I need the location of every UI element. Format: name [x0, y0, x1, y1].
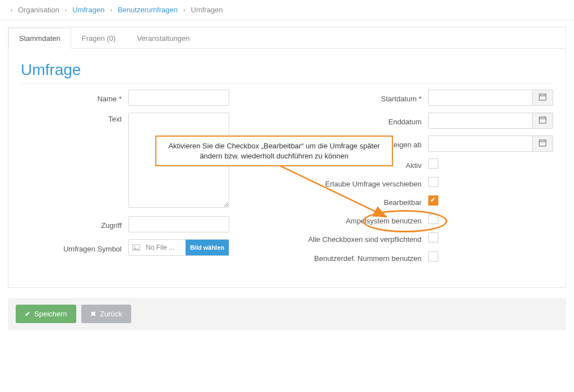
svg-rect-6: [539, 117, 546, 123]
label-name: Name *: [21, 92, 128, 103]
name-input[interactable]: [128, 90, 229, 106]
enddatum-calendar-button[interactable]: [532, 113, 553, 129]
main-panel: Stammdaten Fragen (0) Veranstaltungen Um…: [8, 27, 566, 288]
back-button-label: Zurück: [100, 310, 122, 318]
svg-rect-10: [539, 140, 546, 146]
label-editable: Bearbeitbar: [290, 196, 428, 207]
svg-rect-2: [539, 94, 546, 100]
close-icon: ✖: [90, 310, 96, 318]
label-text: Text: [21, 113, 128, 123]
check-icon: ✔: [25, 310, 31, 318]
tab-stammdaten[interactable]: Stammdaten: [8, 28, 71, 49]
annotation-callout: Aktivieren Sie die Checkbox „Bearbeitbar…: [155, 136, 393, 166]
file-placeholder: No File ...: [144, 244, 186, 251]
chevron-right-icon: ›: [107, 6, 115, 14]
enddatum-input[interactable]: [428, 113, 532, 129]
label-allowmove: Erlaube Umfrage verschieben: [290, 178, 428, 188]
showfrom-input[interactable]: [428, 136, 532, 152]
label-startdatum: Startdatum *: [290, 92, 428, 103]
svg-point-1: [134, 246, 135, 247]
page-title: Umfrage: [21, 61, 553, 84]
label-symbol: Umfragen Symbol: [21, 242, 128, 253]
usernum-checkbox[interactable]: [428, 251, 438, 262]
image-icon: [129, 244, 144, 251]
footer-bar: ✔ Speichern ✖ Zurück: [8, 298, 566, 330]
allowmove-checkbox[interactable]: [428, 177, 438, 187]
breadcrumb-root: Organisation: [18, 6, 59, 14]
tab-veranstaltungen[interactable]: Veranstaltungen: [126, 28, 200, 49]
tab-bar: Stammdaten Fragen (0) Veranstaltungen: [8, 27, 566, 49]
breadcrumb: › Organisation › Umfragen › Benutzerumfr…: [0, 0, 574, 20]
zugriff-input[interactable]: [128, 216, 229, 232]
allreq-checkbox[interactable]: [428, 232, 438, 242]
breadcrumb-current: Umfragen: [191, 6, 223, 14]
ampel-checkbox[interactable]: [428, 214, 438, 224]
save-button-label: Speichern: [34, 310, 67, 318]
label-ampel: Ampelsystem benutzen: [290, 214, 428, 225]
chevron-right-icon: ›: [10, 6, 16, 14]
tab-fragen[interactable]: Fragen (0): [71, 28, 127, 49]
showfrom-calendar-button[interactable]: [532, 136, 553, 152]
calendar-icon: [539, 116, 547, 125]
file-picker[interactable]: No File ... Bild wählen: [128, 239, 229, 256]
label-zugriff: Zugriff: [21, 219, 128, 230]
startdatum-input[interactable]: [428, 90, 532, 106]
save-button[interactable]: ✔ Speichern: [16, 305, 76, 323]
startdatum-calendar-button[interactable]: [532, 90, 553, 106]
back-button[interactable]: ✖ Zurück: [81, 305, 131, 323]
aktiv-checkbox[interactable]: [428, 158, 438, 169]
file-choose-button[interactable]: Bild wählen: [186, 240, 229, 255]
breadcrumb-link-benutzerumfragen[interactable]: Benutzerumfragen: [118, 6, 178, 14]
chevron-right-icon: ›: [61, 6, 70, 14]
calendar-icon: [539, 139, 547, 148]
editable-checkbox[interactable]: [428, 195, 438, 206]
chevron-right-icon: ›: [180, 6, 189, 14]
label-usernum: Benutzerdef. Nummern benutzen: [290, 251, 428, 264]
calendar-icon: [539, 93, 547, 102]
breadcrumb-link-umfragen[interactable]: Umfragen: [72, 6, 104, 14]
label-allreq: Alle Checkboxen sind verpflichtend: [290, 232, 428, 245]
label-enddatum: Enddatum: [290, 115, 428, 126]
